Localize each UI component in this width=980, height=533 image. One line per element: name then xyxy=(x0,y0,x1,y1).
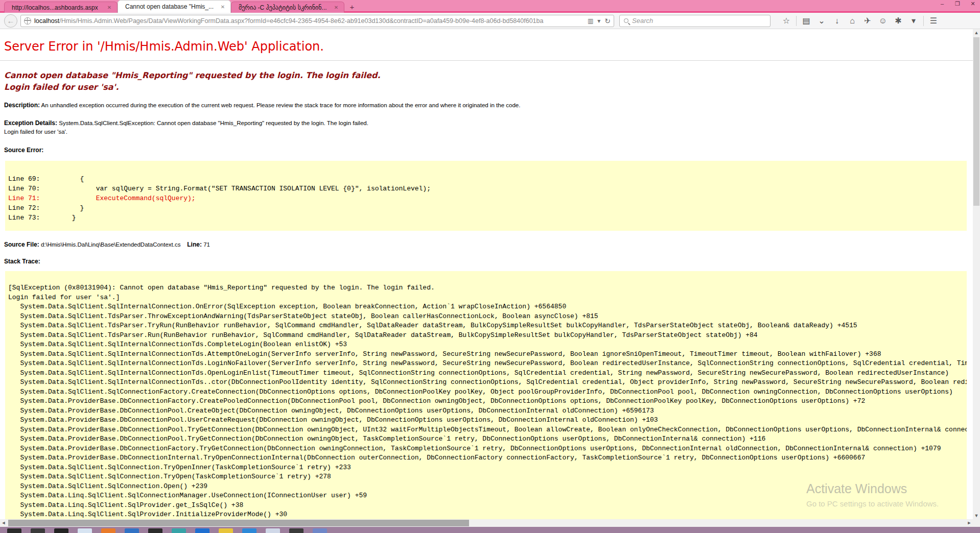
page-title: Server Error in '/Hmis/Hmis.Admin.Web' A… xyxy=(4,39,973,54)
scroll-up-arrow-icon[interactable]: ▲ xyxy=(973,29,980,36)
stack-trace-line: [SqlException (0x80131904): Cannot open … xyxy=(8,283,967,293)
taskbar-app-icon[interactable] xyxy=(242,528,256,533)
taskbar-app-icon[interactable] xyxy=(313,528,327,533)
stack-trace-line: System.Data.ProviderBase.DbConnectionPoo… xyxy=(8,425,967,435)
stack-trace-line: System.Data.ProviderBase.DbConnectionPoo… xyxy=(8,406,967,416)
tab-close-icon[interactable]: ✕ xyxy=(106,5,113,10)
vertical-scrollbar[interactable]: ▲ ▼ xyxy=(973,29,980,519)
menu-hamburger-icon[interactable]: ☰ xyxy=(926,13,941,29)
search-input[interactable]: Search xyxy=(619,15,771,27)
exception-details-text2: Login failed for user 'sa'. xyxy=(4,129,67,135)
tab-title: მერია -C ჰეპატიტის სკრინინ... xyxy=(239,4,331,11)
clipboard-icon[interactable]: ▤ xyxy=(799,13,814,29)
home-icon[interactable]: ⌂ xyxy=(845,13,860,29)
taskbar-app-icon[interactable] xyxy=(148,528,162,533)
stack-trace-line: System.Data.SqlClient.TdsParser.ThrowExc… xyxy=(8,312,967,322)
tab-title: http://localhos...ashboards.aspx xyxy=(12,4,104,11)
window-controls: – ❐ ✕ xyxy=(938,1,977,7)
scroll-left-arrow-icon[interactable]: ◄ xyxy=(0,519,7,527)
smiley-extension-icon[interactable]: ☺ xyxy=(875,13,891,29)
paper-plane-icon[interactable]: ✈ xyxy=(860,13,875,29)
taskbar-app-icon[interactable] xyxy=(101,528,115,533)
stack-trace-line: System.Data.ProviderBase.DbConnectionFac… xyxy=(8,397,967,406)
tab-close-icon[interactable]: ✕ xyxy=(333,5,340,10)
taskbar-app-icon[interactable] xyxy=(172,528,186,533)
source-file-paragraph: Source File: d:\Hmis\Hmis.Dal\Linq\Base\… xyxy=(4,240,973,249)
search-icon xyxy=(624,18,628,23)
downloads-icon[interactable]: ↓ xyxy=(829,13,845,29)
tab-2[interactable]: Cannot open database "Hmis_...✕ xyxy=(118,0,231,13)
scroll-down-arrow-icon[interactable]: ▼ xyxy=(973,512,980,519)
code-line: Line 70: var sqlQuery = String.Format("S… xyxy=(8,184,967,193)
taskbar-app-icon[interactable] xyxy=(78,528,92,533)
search-placeholder: Search xyxy=(632,17,653,25)
horizontal-scrollbar-thumb[interactable] xyxy=(8,520,469,526)
page-viewport: Server Error in '/Hmis/Hmis.Admin.Web' A… xyxy=(0,29,973,519)
url-path: /Hmis/Hmis.Admin.Web/Pages/Data/ViewWork… xyxy=(59,17,543,25)
code-line: Line 72: } xyxy=(8,203,967,213)
windows-taskbar[interactable] xyxy=(0,527,980,533)
stack-trace-line: System.Data.SqlClient.SqlConnection.TryO… xyxy=(8,472,967,482)
bug-extension-icon[interactable]: ✱ xyxy=(891,13,906,29)
stack-trace-line: System.Data.ProviderBase.DbConnectionPoo… xyxy=(8,434,967,444)
taskbar-app-icon[interactable] xyxy=(31,528,45,533)
minimize-button[interactable]: – xyxy=(938,1,946,7)
back-button[interactable]: ← xyxy=(4,14,17,28)
tab-bar: http://localhos...ashboards.aspx✕Cannot … xyxy=(0,0,980,13)
taskbar-app-icon[interactable] xyxy=(125,528,139,533)
scrollbar-corner xyxy=(973,519,980,527)
toolbar-separator xyxy=(923,16,924,26)
description-text: An unhandled exception occurred during t… xyxy=(41,102,521,108)
tab-3[interactable]: მერია -C ჰეპატიტის სკრინინ...✕ xyxy=(231,2,344,13)
source-error-code-block: Line 69: {Line 70: var sqlQuery = String… xyxy=(5,161,967,231)
url-text[interactable]: localhost/Hmis/Hmis.Admin.Web/Pages/Data… xyxy=(34,17,588,25)
site-favicon-globe-icon xyxy=(24,17,31,25)
pocket-icon[interactable]: ⌄ xyxy=(814,13,829,29)
taskbar-app-icon[interactable] xyxy=(266,528,280,533)
source-file-path: d:\Hmis\Hmis.Dal\Linq\Base\ExtendedDataC… xyxy=(41,241,181,248)
scroll-right-arrow-icon[interactable]: ► xyxy=(966,519,973,527)
taskbar-app-icon[interactable] xyxy=(195,528,209,533)
stack-trace-line: System.Data.ProviderBase.DbConnectionPoo… xyxy=(8,416,967,425)
stack-trace-line: System.Data.SqlClient.TdsParser.Run(RunB… xyxy=(8,331,967,341)
exception-details-text: System.Data.SqlClient.SqlException: Cann… xyxy=(59,120,368,126)
url-dropdown-icon[interactable]: ▾ xyxy=(597,17,600,25)
description-label: Description: xyxy=(4,102,40,109)
source-error-label: Source Error: xyxy=(4,147,973,154)
close-button[interactable]: ✕ xyxy=(969,1,977,7)
start-button[interactable] xyxy=(7,528,21,533)
line-label: Line: xyxy=(187,241,202,248)
stack-trace-block: [SqlException (0x80131904): Cannot open … xyxy=(5,271,967,519)
stack-trace-line: System.Data.SqlClient.SqlInternalConnect… xyxy=(8,369,967,378)
url-bar[interactable]: localhost/Hmis/Hmis.Admin.Web/Pages/Data… xyxy=(20,15,614,27)
maximize-button[interactable]: ❐ xyxy=(953,1,962,7)
error-subtitle-line1: Cannot open database "Hmis_Reporting" re… xyxy=(4,69,973,81)
stack-trace-line: System.Data.ProviderBase.DbConnectionInt… xyxy=(8,453,967,463)
horizontal-scrollbar[interactable]: ◄ ► xyxy=(0,519,973,527)
stack-trace-line: System.Data.Linq.SqlClient.SqlConnection… xyxy=(8,491,967,501)
reader-mode-icon[interactable]: ▥ xyxy=(588,17,593,25)
stack-trace-line: System.Data.Linq.SqlClient.SqlProvider.g… xyxy=(8,501,967,511)
exception-details-label: Exception Details: xyxy=(4,119,57,127)
taskbar-app-icon[interactable] xyxy=(54,528,68,533)
stack-trace-line: Login failed for user 'sa'.] xyxy=(8,293,967,303)
stack-trace-line: System.Data.SqlClient.SqlInternalConnect… xyxy=(8,302,967,312)
stack-trace-line: System.Data.SqlClient.SqlConnection.Open… xyxy=(8,482,967,492)
source-file-label: Source File: xyxy=(4,241,39,248)
reload-icon[interactable]: ↻ xyxy=(604,17,611,25)
line-number: 71 xyxy=(203,241,210,248)
browser-window: http://localhos...ashboards.aspx✕Cannot … xyxy=(0,0,980,533)
taskbar-app-icon[interactable] xyxy=(219,528,233,533)
vertical-scrollbar-thumb[interactable] xyxy=(973,37,979,206)
tab-close-icon[interactable]: ✕ xyxy=(219,4,226,10)
stack-trace-line: System.Data.SqlClient.SqlInternalConnect… xyxy=(8,350,967,359)
taskbar-app-icon[interactable] xyxy=(289,528,304,533)
overflow-dropdown-icon[interactable]: ▾ xyxy=(906,13,921,29)
bookmark-star-icon[interactable]: ☆ xyxy=(779,13,794,29)
stack-trace-line: System.Data.SqlClient.SqlInternalConnect… xyxy=(8,340,967,350)
error-subtitle-line2: Login failed for user 'sa'. xyxy=(4,81,973,93)
code-line: Line 69: { xyxy=(8,174,967,184)
new-tab-button[interactable]: + xyxy=(345,2,359,12)
tab-1[interactable]: http://localhos...ashboards.aspx✕ xyxy=(4,2,118,13)
stack-trace-line: System.Data.ProviderBase.DbConnectionFac… xyxy=(8,444,967,454)
